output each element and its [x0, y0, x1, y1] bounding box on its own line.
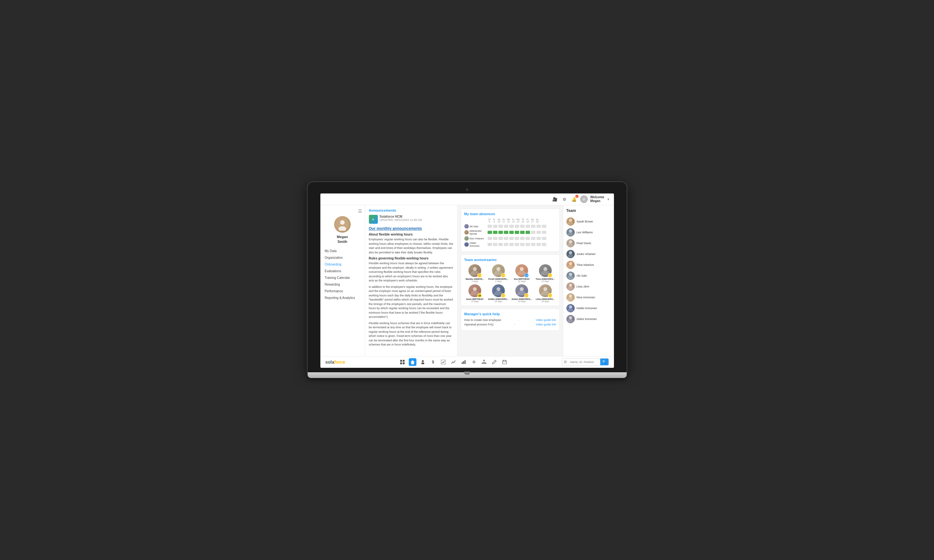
nav-icon-org[interactable]	[480, 358, 488, 366]
team-member-aleksi[interactable]: Aleksi Immonen	[567, 314, 611, 325]
search-button[interactable]: 🔍	[600, 358, 608, 365]
nav-icon-edit[interactable]	[491, 358, 498, 366]
anniv-badge-liisa: 🎂	[548, 293, 553, 298]
search-filter-icon[interactable]: ⊞	[562, 358, 568, 365]
announcement-section2-text2: In addition to the employee's regular wo…	[369, 285, 454, 319]
svg-rect-42	[403, 362, 404, 364]
notification-icon[interactable]: 🔔 1	[571, 196, 577, 203]
team-avatar-jouko	[567, 250, 575, 258]
bottom-nav-icons: $ ⚙	[398, 358, 508, 366]
absence-row-eino: Eino Virtanen	[464, 236, 556, 241]
search-bar: ⊞ 🔍	[562, 358, 609, 366]
absence-row-aleksandra: Aleksandra Nyman	[464, 229, 556, 235]
nav-icon-trend[interactable]	[449, 358, 457, 366]
svg-rect-48	[463, 361, 464, 364]
svg-point-21	[567, 232, 574, 236]
nav-icon-home[interactable]	[409, 358, 417, 366]
laptop-screen: 🎥 ⚙ 🔔 1 M Welcome Megan ▼ ☰	[320, 194, 614, 368]
user-dropdown-arrow[interactable]: ▼	[607, 198, 610, 201]
team-panel-title: Team	[567, 208, 611, 213]
middle-panel: My team absences Th 8	[458, 205, 563, 356]
team-member-sarah[interactable]: Sarah Brown	[567, 216, 611, 227]
team-avatar-nina	[567, 293, 575, 302]
team-member-heikki[interactable]: Heikki Immonen	[567, 303, 611, 314]
svg-point-23	[567, 243, 574, 247]
nav-icon-barchart[interactable]	[460, 358, 468, 366]
sidebar-item-performance[interactable]: Performance	[323, 288, 362, 294]
sidebar-user-name: Megan Smith	[337, 235, 348, 244]
team-name-heikki: Heikki Immonen	[577, 307, 597, 310]
sidebar-item-onboarding[interactable]: Onboarding	[323, 261, 362, 268]
user-avatar-sidebar	[334, 216, 351, 233]
nav-icon-calendar[interactable]	[501, 358, 508, 366]
anniv-badge-anne: 28	[477, 293, 482, 298]
svg-point-37	[567, 319, 574, 323]
nav-icon-check[interactable]	[439, 358, 447, 366]
brand-logo: solaforce	[326, 360, 345, 365]
absence-row-heikki: Heikki Immonen ? ?	[464, 242, 556, 247]
svg-point-19	[567, 222, 574, 225]
help-row-1: How to create new employee - Video guide…	[464, 318, 556, 322]
team-member-tiina[interactable]: Tiina Iskanius	[567, 260, 611, 270]
anniv-badge-timo: 🎂	[548, 273, 553, 278]
settings-icon[interactable]: ⚙	[561, 196, 568, 203]
svg-rect-49	[465, 360, 466, 364]
team-member-pearl[interactable]: Pearl Davis	[567, 238, 611, 249]
team-avatar-sarah	[567, 217, 575, 226]
sidebar: ☰ Megan Smith My Data	[320, 205, 365, 356]
sidebar-item-evaluations[interactable]: Evaluations	[323, 268, 362, 274]
nav-icon-grid[interactable]	[398, 358, 406, 366]
announcement-logo: S	[369, 215, 378, 224]
camera	[466, 188, 468, 191]
video-icon[interactable]: 🎥	[551, 196, 559, 203]
svg-rect-56	[503, 360, 506, 364]
team-member-aki[interactable]: Aki Salo	[567, 270, 611, 281]
laptop-base	[307, 372, 627, 378]
menu-toggle-icon[interactable]: ☰	[358, 208, 362, 214]
svg-point-36	[569, 305, 572, 309]
sidebar-nav: My Data Organization Onboarding Evaluati…	[323, 248, 362, 301]
anniv-badge-aleksi: 🎂	[524, 293, 529, 298]
team-member-nina[interactable]: Nina Immonen	[567, 292, 611, 303]
absences-header: Th 8 Fr 9 Sa	[464, 218, 556, 223]
announcement-main-title[interactable]: Our monthly announcements	[369, 226, 454, 231]
team-avatar-tiina	[567, 261, 575, 269]
manager-help-title: Manager's quick help	[464, 312, 556, 316]
team-avatar-leo	[567, 228, 575, 237]
anniv-anne: 28 Anne BIRTHDAY 15 days	[464, 284, 486, 303]
help-link-1[interactable]: Video guide link	[536, 318, 556, 322]
sidebar-item-organization[interactable]: Organization	[323, 254, 362, 261]
user-avatar-top: M	[580, 195, 588, 203]
team-name-liisa: Liisa Järvi	[577, 285, 590, 288]
help-link-2[interactable]: Video guide link	[536, 323, 556, 326]
svg-point-20	[569, 218, 572, 222]
sidebar-item-training[interactable]: Training Calendar	[323, 274, 362, 281]
team-member-jouko[interactable]: Jouko Virtanen	[567, 249, 611, 260]
main-layout: ☰ Megan Smith My Data	[320, 205, 614, 356]
nav-icon-dollar[interactable]: $	[429, 358, 437, 366]
sidebar-item-reporting[interactable]: Reporting & Analytics	[323, 294, 362, 301]
svg-point-25	[567, 254, 574, 257]
svg-point-14	[497, 287, 500, 291]
svg-point-26	[569, 251, 572, 254]
sidebar-item-rewarding[interactable]: Rewarding	[323, 281, 362, 288]
team-member-liisa[interactable]: Liisa Järvi	[567, 281, 611, 292]
screen-bezel: 🎥 ⚙ 🔔 1 M Welcome Megan ▼ ☰	[307, 182, 627, 372]
nav-icon-person[interactable]	[419, 358, 427, 366]
search-input[interactable]	[568, 360, 600, 365]
announcement-header: S Solaforce HCM UPDATED: 08/31/2022 11:0…	[369, 215, 454, 224]
announcement-section2-text1: Flexible working hours must always be ag…	[369, 262, 454, 283]
nav-icon-settings[interactable]: ⚙	[470, 358, 478, 366]
svg-point-35	[567, 308, 574, 312]
team-avatar-liisa	[567, 282, 575, 291]
svg-rect-41	[400, 362, 402, 364]
top-bar: 🎥 ⚙ 🔔 1 M Welcome Megan ▼	[320, 194, 614, 205]
svg-point-1	[340, 220, 344, 225]
team-name-leo: Leo Williams	[577, 231, 593, 234]
team-name-aleksi: Aleksi Immonen	[577, 317, 597, 321]
anniv-pentti: 🎂 Pentti ANNIVERS... 4 days	[488, 264, 509, 282]
svg-point-24	[569, 240, 572, 243]
anniv-badge-iina: 11	[524, 273, 529, 278]
sidebar-item-mydata[interactable]: My Data	[323, 248, 362, 254]
team-member-leo[interactable]: Leo Williams	[567, 227, 611, 238]
